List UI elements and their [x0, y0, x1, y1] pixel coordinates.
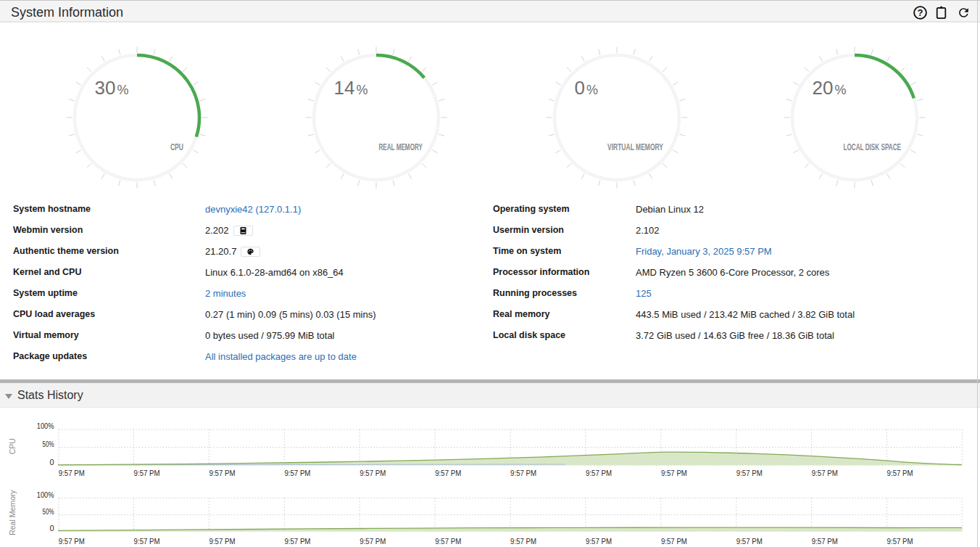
svg-text:9:57 PM: 9:57 PM: [887, 537, 913, 546]
svg-text:9:57 PM: 9:57 PM: [209, 469, 236, 477]
svg-text:9:57 PM: 9:57 PM: [812, 537, 838, 546]
svg-text:0: 0: [49, 458, 54, 466]
svg-text:9:57 PM: 9:57 PM: [360, 537, 386, 546]
svg-text:9:57 PM: 9:57 PM: [134, 537, 160, 546]
svg-text:9:57 PM: 9:57 PM: [284, 537, 310, 546]
svg-text:100%: 100%: [37, 421, 54, 430]
svg-text:0%: 0%: [575, 77, 598, 99]
svg-text:9:57 PM: 9:57 PM: [586, 469, 612, 477]
svg-text:9:57 PM: 9:57 PM: [59, 469, 85, 477]
svg-text:14%: 14%: [334, 77, 368, 99]
svg-text:9:57 PM: 9:57 PM: [435, 537, 461, 546]
svg-text:9:57 PM: 9:57 PM: [887, 469, 913, 477]
svg-text:9:57 PM: 9:57 PM: [510, 469, 536, 477]
svg-text:9:57 PM: 9:57 PM: [661, 537, 687, 546]
svg-text:9:57 PM: 9:57 PM: [510, 537, 536, 546]
svg-text:Real Memory: Real Memory: [9, 490, 17, 535]
svg-text:100%: 100%: [37, 490, 54, 499]
svg-text:9:57 PM: 9:57 PM: [435, 469, 461, 477]
svg-text:9:57 PM: 9:57 PM: [586, 537, 612, 546]
svg-text:20%: 20%: [813, 77, 847, 99]
svg-text:REAL MEMORY: REAL MEMORY: [378, 142, 423, 152]
svg-text:9:57 PM: 9:57 PM: [736, 537, 763, 546]
svg-text:CPU: CPU: [170, 142, 183, 152]
svg-text:50%: 50%: [43, 440, 54, 448]
svg-text:9:57 PM: 9:57 PM: [134, 469, 160, 477]
svg-text:CPU: CPU: [9, 438, 17, 454]
svg-text:9:57 PM: 9:57 PM: [360, 469, 386, 477]
svg-text:?: ?: [918, 7, 923, 18]
svg-text:0: 0: [49, 524, 54, 532]
svg-text:9:57 PM: 9:57 PM: [284, 469, 310, 477]
svg-text:9:57 PM: 9:57 PM: [661, 469, 687, 477]
svg-text:9:57 PM: 9:57 PM: [59, 537, 85, 546]
svg-text:9:57 PM: 9:57 PM: [736, 469, 763, 477]
svg-text:9:57 PM: 9:57 PM: [812, 469, 838, 477]
svg-text:30%: 30%: [95, 77, 129, 99]
svg-text:VIRTUAL MEMORY: VIRTUAL MEMORY: [607, 142, 663, 152]
svg-text:LOCAL DISK SPACE: LOCAL DISK SPACE: [843, 142, 901, 152]
svg-text:9:57 PM: 9:57 PM: [209, 537, 236, 546]
svg-text:50%: 50%: [43, 507, 54, 516]
